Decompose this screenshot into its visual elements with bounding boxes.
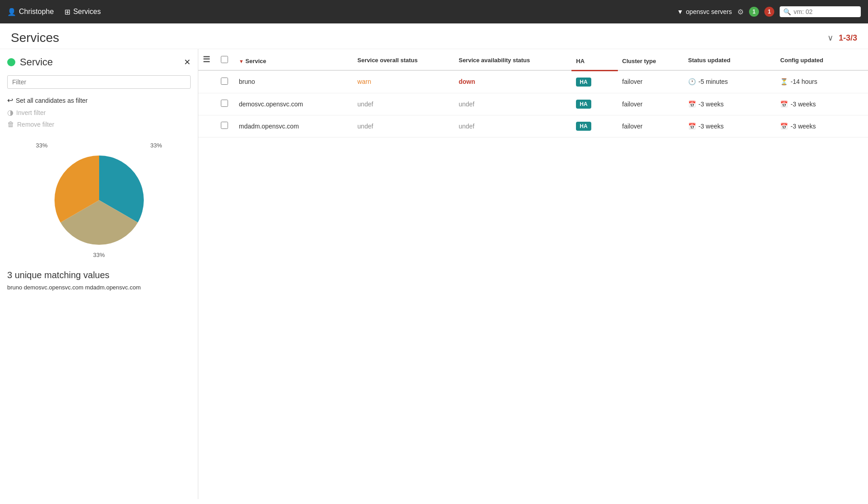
chevron-down-icon[interactable]: ∨ [827,33,833,43]
th-avail-status[interactable]: Service availability status [454,49,572,70]
search-input[interactable] [794,8,857,15]
config-time-cell: ⏳ -14 hours [780,78,863,85]
page-header: Services ∨ 1-3/3 [0,23,868,49]
gear-icon[interactable]: ⚙ [737,8,744,16]
page-title: Services [11,31,59,45]
row-service: demosvc.opensvc.com [234,93,353,115]
sidebar-title-row: Service [7,56,53,68]
row-status-updated: 📅 -3 weeks [684,93,776,115]
topbar-services[interactable]: ⊞ Services [64,8,101,16]
row-config-updated: 📅 -3 weeks [776,93,868,115]
config-time-value: -3 weeks [790,123,816,130]
set-all-candidates-action[interactable]: ↩ Set all candidates as filter [7,96,191,105]
row-config-updated: 📅 -3 weeks [776,115,868,137]
select-all-checkbox[interactable] [221,56,228,63]
set-all-candidates-label: Set all candidates as filter [16,97,88,104]
status-time-cell: 🕐 -5 minutes [688,78,772,85]
row-checkbox[interactable] [216,93,234,115]
th-config-updated[interactable]: Config updated [776,49,868,70]
filter-icon: ▼ [677,8,683,15]
calendar-icon: 📅 [780,123,788,130]
menu-icon[interactable]: ☰ [203,55,210,64]
clock-icon: 🕐 [688,78,696,85]
search-box[interactable]: 🔍 [780,6,861,17]
hourglass-icon: ⏳ [780,78,788,85]
pie-chart-container: 33% 33% 33% [7,137,191,263]
row-avail-status: undef [454,115,572,137]
row-avail-status: undef [454,93,572,115]
th-overall-label: Service overall status [357,57,418,64]
table-row: bruno warn down HA failover 🕐 -5 minutes… [198,70,868,93]
remove-filter-action: 🗑 Remove filter [7,120,191,128]
grid-icon: ⊞ [64,8,70,16]
status-time-cell: 📅 -3 weeks [688,123,772,130]
row-menu [198,115,216,137]
th-status-updated[interactable]: Status updated [684,49,776,70]
table-area: ☰ ▼ Service Service overall status Servi… [198,49,868,499]
status-time-value: -5 minutes [699,78,728,85]
green-dot-icon [7,58,15,66]
topbar-user[interactable]: 👤 Christophe [7,8,54,16]
services-table: ☰ ▼ Service Service overall status Servi… [198,49,868,137]
status-time-value: -3 weeks [699,123,724,130]
remove-filter-label: Remove filter [17,121,54,128]
main-content: Service ✕ ↩ Set all candidates as filter… [0,49,868,499]
page-header-right: ∨ 1-3/3 [827,33,857,43]
topbar-right: ▼ opensvc servers ⚙ 1 1 🔍 [677,6,861,17]
th-config-updated-label: Config updated [780,57,823,64]
table-row: demosvc.opensvc.com undef undef HA failo… [198,93,868,115]
calendar-icon: 📅 [780,101,788,108]
row-cluster-type: failover [618,93,684,115]
row-overall-status: undef [353,115,454,137]
pie-chart [50,151,149,250]
th-status-updated-label: Status updated [688,57,731,64]
pie-label-right: 33% [150,142,162,149]
th-overall-status[interactable]: Service overall status [353,49,454,70]
row-select-checkbox[interactable] [221,78,228,85]
services-label: Services [73,8,101,16]
th-service[interactable]: ▼ Service [234,49,353,70]
config-time-cell: 📅 -3 weeks [780,101,863,108]
row-menu [198,93,216,115]
th-cluster-type[interactable]: Cluster type [618,49,684,70]
pie-labels-top: 33% 33% [36,142,162,149]
row-checkbox[interactable] [216,115,234,137]
row-ha: HA [571,70,617,93]
row-status-updated: 🕐 -5 minutes [684,70,776,93]
sidebar-title: Service [20,56,53,68]
config-time-value: -3 weeks [790,101,816,108]
user-name: Christophe [19,8,54,16]
config-time-cell: 📅 -3 weeks [780,123,863,130]
th-service-label: Service [246,58,266,64]
row-ha: HA [571,93,617,115]
row-select-checkbox[interactable] [221,100,228,107]
badge-red: 1 [764,7,774,17]
filter-input[interactable] [7,75,191,89]
filter-actions: ↩ Set all candidates as filter ◑ Invert … [7,96,191,128]
th-ha-label: HA [576,58,585,64]
ha-badge: HA [576,100,591,109]
topbar: 👤 Christophe ⊞ Services ▼ opensvc server… [0,0,868,23]
sort-arrow-icon: ▼ [239,59,244,64]
row-select-checkbox[interactable] [221,122,228,129]
th-checkbox [216,49,234,70]
row-cluster-type: failover [618,70,684,93]
invert-filter-action: ◑ Invert filter [7,108,191,117]
row-overall-status: warn [353,70,454,93]
row-checkbox[interactable] [216,70,234,93]
calendar-icon: 📅 [688,123,696,130]
status-time-cell: 📅 -3 weeks [688,101,772,108]
pie-label-left: 33% [36,142,48,149]
close-button[interactable]: ✕ [184,57,191,67]
row-menu [198,70,216,93]
th-ha[interactable]: HA [571,49,617,70]
row-avail-status: down [454,70,572,93]
table-header-row: ☰ ▼ Service Service overall status Servi… [198,49,868,70]
filter-text: opensvc servers [686,8,732,15]
unique-values-count: 3 unique matching values [7,270,191,280]
undo-icon: ↩ [7,96,13,105]
table-row: mdadm.opensvc.com undef undef HA failove… [198,115,868,137]
page-count: 1-3/3 [839,33,857,43]
ha-badge: HA [576,122,591,131]
row-config-updated: ⏳ -14 hours [776,70,868,93]
